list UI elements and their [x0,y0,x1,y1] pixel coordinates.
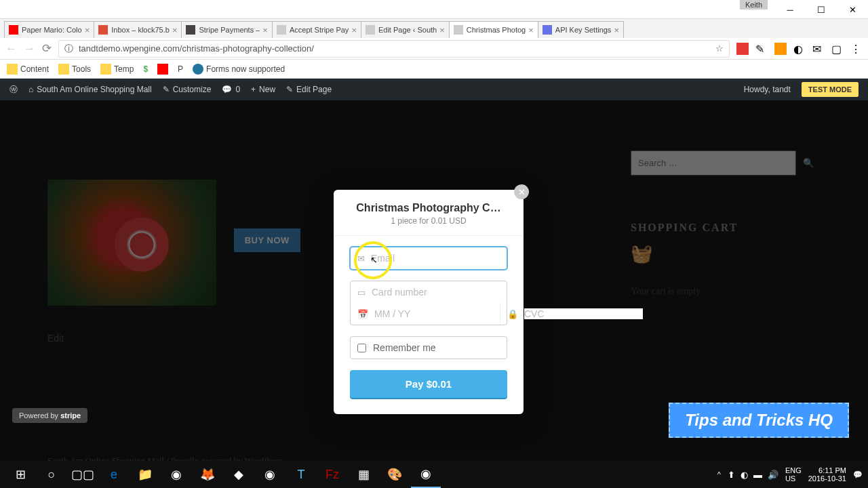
tray-icon[interactable]: ◐ [741,470,748,480]
admin-comments-link[interactable]: 💬 0 [222,85,240,94]
modal-title: Christmas Photography C… [343,202,514,214]
tab-close-icon[interactable]: × [614,25,619,35]
taskbar-filezilla[interactable]: Fz [317,461,347,488]
taskbar-app[interactable]: 🎨 [380,461,410,488]
tray-volume-icon[interactable]: 🔊 [768,470,778,480]
tray-expand-icon[interactable]: ^ [717,470,721,479]
window-maximize-button[interactable]: ☐ [806,0,837,19]
cortana-button[interactable]: ○ [37,461,66,488]
cast-icon[interactable]: ▢ [831,43,844,55]
bookmarks-bar: Content Tools Temp $ P Forms now support… [0,60,868,79]
card-icon: ▭ [357,287,366,298]
url-text: tandtdemo.wpengine.com/christmas-photogr… [79,43,710,54]
tray-lang[interactable]: ENG [785,466,802,474]
tips-and-tricks-banner: Tips and Tricks HQ [669,403,849,438]
tab-christmas-photo[interactable]: Christmas Photog× [449,21,538,38]
ext-icon[interactable] [736,43,749,55]
tab-paper-mario[interactable]: Paper Mario: Colo× [4,21,94,38]
bookmark-forms[interactable]: Forms now supported [193,64,285,75]
taskbar-explorer[interactable]: 📁 [130,461,160,488]
ext-icon[interactable]: ✉ [812,43,825,55]
bookmark-content[interactable]: Content [7,64,49,75]
ext-icon[interactable]: ◐ [793,43,806,55]
task-view-button[interactable]: ▢▢ [68,461,98,488]
taskbar-app[interactable]: T [286,461,316,488]
extension-icons: ✎ ◐ ✉ ▢ ⋮ [736,43,863,55]
lock-icon: 🔒 [507,309,518,319]
tab-close-icon[interactable]: × [262,25,268,35]
tab-inbox[interactable]: Inbox – klock75.b× [94,21,182,38]
taskbar-calculator[interactable]: ▦ [349,461,378,488]
nav-reload-button[interactable]: ⟳ [42,41,52,56]
ext-icon[interactable]: ✎ [755,43,768,55]
remember-me-checkbox[interactable] [357,344,366,352]
email-field[interactable] [371,253,500,264]
tab-title: Christmas Photog [467,26,526,34]
tab-title: Accept Stripe Pay [290,26,349,34]
tab-close-icon[interactable]: × [439,25,445,35]
notifications-button[interactable]: 💬 [853,470,863,479]
menu-icon[interactable]: ⋮ [850,43,863,55]
window-minimize-button[interactable]: ─ [774,0,806,19]
tray-icon[interactable]: ⬆ [728,470,735,480]
modal-subtitle: 1 piece for 0.01 USD [343,216,514,226]
tray-clock[interactable]: 6:11 PM 2016-10-31 [808,466,846,483]
card-number-field[interactable] [372,287,500,298]
tab-close-icon[interactable]: × [172,25,178,35]
bookmark-dollar[interactable]: $ [143,64,148,74]
window-close-button[interactable]: ✕ [837,0,868,19]
nav-forward-button[interactable]: → [24,42,35,56]
admin-new-link[interactable]: + New [251,85,275,94]
tab-close-icon[interactable]: × [351,25,357,35]
tray-region[interactable]: US [785,474,802,483]
bookmark-youtube[interactable] [157,64,168,75]
start-button[interactable]: ⊞ [5,461,35,488]
calendar-icon: 📅 [357,309,368,319]
pay-button[interactable]: Pay $0.01 [350,370,507,398]
ext-icon[interactable] [774,43,787,55]
tray-network-icon[interactable]: ▬ [753,470,762,480]
cvc-field[interactable] [524,308,643,319]
window-titlebar: Keith ─ ☐ ✕ [0,0,868,19]
tab-title: Stripe Payments – [199,26,260,34]
browser-tabs-bar: Paper Mario: Colo× Inbox – klock75.b× St… [0,19,868,38]
expiry-field[interactable] [374,308,493,319]
bookmark-temp[interactable]: Temp [100,64,134,75]
taskbar-app[interactable]: ◆ [224,461,254,488]
taskbar-chrome-running[interactable]: ◉ [411,461,441,488]
page-body: Christmas Photograp With Christmas lecti… [0,100,868,466]
star-icon[interactable]: ☆ [715,43,724,54]
address-bar: ← → ⟳ ⓘ tandtdemo.wpengine.com/christmas… [0,38,868,60]
admin-edit-page-link[interactable]: ✎ Edit Page [286,85,332,94]
tab-close-icon[interactable]: × [85,25,90,35]
taskbar-app[interactable]: ◉ [255,461,285,488]
email-icon: ✉ [357,253,365,264]
tab-close-icon[interactable]: × [528,25,534,35]
powered-by-stripe-badge: Powered by stripe [12,408,87,423]
taskbar-firefox[interactable]: 🦊 [193,461,222,488]
taskbar-edge[interactable]: e [99,461,129,488]
tab-api-key[interactable]: API Key Settings× [538,21,624,38]
nav-back-button[interactable]: ← [5,42,17,56]
wp-admin-bar: ⓦ ⌂ South Am Online Shopping Mall ✎ Cust… [0,79,868,100]
tab-title: Inbox – klock75.b [111,26,170,34]
wp-logo-icon[interactable]: ⓦ [9,84,18,96]
bookmark-tools[interactable]: Tools [58,64,91,75]
tab-title: Paper Mario: Colo [22,26,82,34]
tab-stripe-payments[interactable]: Stripe Payments –× [181,21,272,38]
tab-edit-page[interactable]: Edit Page ‹ South× [361,21,450,38]
tab-title: Edit Page ‹ South [378,26,437,34]
remember-me-label: Remember me [373,342,436,353]
url-field[interactable]: ⓘ tandtdemo.wpengine.com/christmas-photo… [58,40,730,58]
bookmark-p[interactable]: P [178,64,183,74]
windows-user-badge: Keith [740,0,768,9]
admin-site-link[interactable]: ⌂ South Am Online Shopping Mall [28,85,152,94]
info-icon: ⓘ [64,43,73,55]
tab-title: API Key Settings [555,26,612,34]
modal-close-button[interactable]: ✕ [514,184,529,199]
tab-accept-stripe[interactable]: Accept Stripe Pay× [272,21,361,38]
test-mode-badge: TEST MODE [802,82,859,97]
admin-customize-link[interactable]: ✎ Customize [163,85,212,94]
taskbar-chrome[interactable]: ◉ [161,461,191,488]
admin-howdy[interactable]: Howdy, tandt [744,85,791,94]
